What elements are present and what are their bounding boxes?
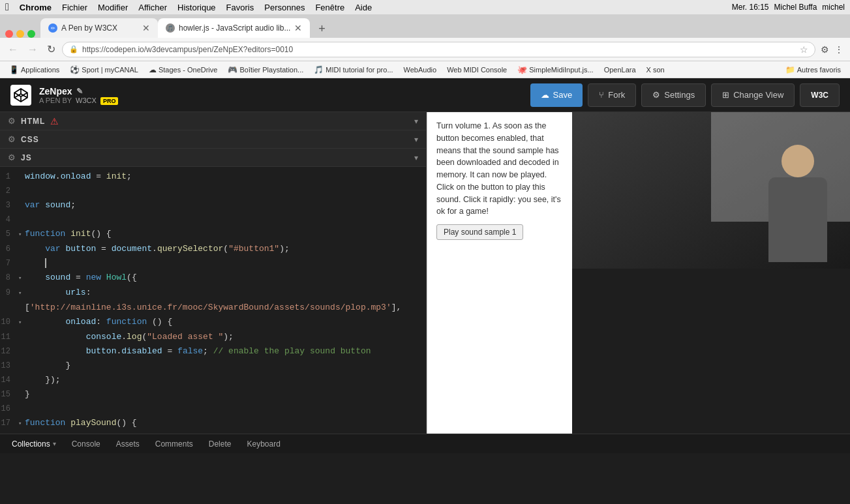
tab-title-1: A Pen by W3CX bbox=[61, 23, 138, 33]
new-tab-button[interactable]: + bbox=[312, 20, 331, 38]
js-section-header: ⚙ JS ▾ bbox=[0, 149, 426, 167]
bottom-tab-delete[interactable]: Delete bbox=[202, 436, 238, 452]
refresh-button[interactable]: ↻ bbox=[44, 42, 58, 57]
bookmarks-bar: 📱 Applications ⚽ Sport | myCANAL ☁ Stage… bbox=[0, 61, 850, 78]
bookmark-simplemidi[interactable]: 🐙 SimpleMidiInput.js... bbox=[513, 64, 597, 76]
tab-pen-by-w3cx[interactable]: ✏ A Pen by W3CX ✕ bbox=[40, 18, 158, 38]
menubar-right-icons: Mer. 16:15 Michel Buffa michel bbox=[732, 3, 845, 12]
bookmark-label-4: Boîtier Playstation... bbox=[239, 66, 303, 74]
extensions-icon[interactable]: ⚙ bbox=[819, 43, 830, 56]
css-section-title: CSS bbox=[21, 135, 39, 144]
save-icon: ☁ bbox=[541, 90, 549, 100]
bottom-tab-comments[interactable]: Comments bbox=[149, 436, 200, 452]
change-view-button[interactable]: ⊞ Change View bbox=[711, 83, 795, 107]
comments-label: Comments bbox=[155, 439, 193, 449]
pen-edit-icon[interactable]: ✎ bbox=[76, 87, 83, 96]
codepen-logo bbox=[10, 85, 31, 106]
address-input-box[interactable]: 🔒 https://codepen.io/w3devcampus/pen/ZeN… bbox=[62, 42, 815, 57]
bookmark-label-9: OpenLara bbox=[604, 66, 636, 74]
collections-label: Collections bbox=[12, 439, 50, 449]
back-button[interactable]: ← bbox=[5, 42, 21, 57]
bookmark-autres[interactable]: 📁 Autres favoris bbox=[782, 64, 845, 76]
settings-button[interactable]: ⚙ Settings bbox=[641, 83, 706, 107]
user-name: Michel Buffa bbox=[774, 3, 817, 12]
menu-icon[interactable]: ⋮ bbox=[833, 43, 845, 56]
bookmark-label-6: WebAudio bbox=[404, 66, 437, 74]
editor-column: ⚙ HTML ⚠ ▾ ⚙ CSS ▾ ⚙ JS ▾ 1 bbox=[0, 112, 426, 434]
css-collapse-icon[interactable]: ▾ bbox=[414, 135, 418, 144]
js-collapse-icon[interactable]: ▾ bbox=[414, 153, 418, 162]
time-display: Mer. 16:15 bbox=[732, 3, 769, 12]
video-content bbox=[572, 112, 850, 269]
bookmark-sport[interactable]: ⚽ Sport | myCANAL bbox=[66, 64, 142, 76]
maximize-window-btn[interactable] bbox=[27, 30, 35, 38]
html-section-title: HTML bbox=[21, 117, 45, 126]
personnes-menu[interactable]: Personnes bbox=[264, 3, 305, 12]
code-line-1: 1 window.onload = init; bbox=[0, 170, 426, 184]
play-sound-button[interactable]: Play sound sample 1 bbox=[436, 224, 523, 240]
aide-menu[interactable]: Aide bbox=[355, 3, 372, 12]
tab-close-1[interactable]: ✕ bbox=[142, 23, 150, 33]
pen-name: ZeNpex ✎ bbox=[39, 86, 118, 96]
codepen-header: ZeNpex ✎ A PEN BY W3CX PRO ☁ Save ⑂ Fork… bbox=[0, 78, 850, 112]
bookmark-icon-3: ☁ bbox=[149, 65, 157, 74]
html-gear-icon[interactable]: ⚙ bbox=[8, 116, 16, 126]
code-editor[interactable]: 1 window.onload = init; 2 3 var bbox=[0, 167, 426, 434]
code-line-10: 10 ▾ onload: function () { bbox=[0, 315, 426, 330]
w3c-button[interactable]: W3C bbox=[800, 83, 840, 107]
fenetre-menu[interactable]: Fenêtre bbox=[315, 3, 344, 12]
code-line-12: 12 button.disabled = false; // enable th… bbox=[0, 344, 426, 359]
collections-dropdown-icon: ▾ bbox=[53, 440, 56, 447]
bookmark-icon-4: 🎮 bbox=[228, 65, 237, 74]
bottom-tab-console[interactable]: Console bbox=[65, 436, 107, 452]
bookmark-midi-tutorial[interactable]: 🎵 MIDI tutorial for pro... bbox=[310, 64, 397, 76]
apple-logo-icon[interactable]:  bbox=[5, 1, 9, 13]
js-code-area[interactable]: 1 window.onload = init; 2 3 var bbox=[0, 167, 426, 434]
forward-button[interactable]: → bbox=[25, 42, 40, 57]
bookmark-star-icon[interactable]: ☆ bbox=[800, 44, 808, 55]
tab-favicon-1: ✏ bbox=[48, 23, 57, 33]
chrome-menu[interactable]: Chrome bbox=[20, 3, 52, 12]
bookmark-webaudio[interactable]: WebAudio bbox=[400, 65, 441, 75]
html-section-header: ⚙ HTML ⚠ ▾ bbox=[0, 112, 426, 130]
historique-menu[interactable]: Historique bbox=[177, 3, 216, 12]
bookmark-playstation[interactable]: 🎮 Boîtier Playstation... bbox=[224, 64, 307, 76]
js-section-title: JS bbox=[21, 153, 32, 162]
right-panel: Turn volume 1. As soon as the button bec… bbox=[427, 112, 572, 434]
bottom-tab-keyboard[interactable]: Keyboard bbox=[240, 436, 286, 452]
video-thumbnail bbox=[572, 112, 850, 269]
html-collapse-icon[interactable]: ▾ bbox=[414, 117, 418, 126]
favoris-menu[interactable]: Favoris bbox=[226, 3, 254, 12]
address-bar: ← → ↻ 🔒 https://codepen.io/w3devcampus/p… bbox=[0, 38, 850, 61]
bookmark-openlara[interactable]: OpenLara bbox=[600, 65, 640, 75]
tab-title-2: howler.js - JavaScript audio lib... bbox=[179, 23, 290, 33]
css-gear-icon[interactable]: ⚙ bbox=[8, 134, 16, 144]
bookmark-applications[interactable]: 📱 Applications bbox=[5, 64, 63, 76]
afficher-menu[interactable]: Afficher bbox=[138, 3, 167, 12]
bottom-tab-collections[interactable]: Collections ▾ bbox=[5, 436, 63, 452]
js-gear-icon[interactable]: ⚙ bbox=[8, 153, 16, 162]
bookmark-webmidi[interactable]: Web MIDI Console bbox=[443, 65, 511, 75]
account-icon[interactable]: michel bbox=[822, 3, 845, 12]
chrome-tabbar: ✏ A Pen by W3CX ✕ 🎵 howler.js - JavaScri… bbox=[0, 14, 850, 38]
bookmark-xson[interactable]: X son bbox=[643, 65, 669, 75]
bottom-tab-assets[interactable]: Assets bbox=[110, 436, 146, 452]
code-line-7: 7 ​ bbox=[0, 256, 426, 271]
fork-button[interactable]: ⑂ Fork bbox=[588, 83, 636, 107]
main-content: ⚙ HTML ⚠ ▾ ⚙ CSS ▾ ⚙ JS ▾ 1 bbox=[0, 112, 850, 434]
close-window-btn[interactable] bbox=[5, 30, 13, 38]
modifier-menu[interactable]: Modifier bbox=[98, 3, 128, 12]
mac-menubar:  Chrome Fichier Modifier Afficher Histo… bbox=[0, 0, 850, 14]
toolbar-icons-group: ⚙ ⋮ bbox=[819, 43, 845, 56]
fichier-menu[interactable]: Fichier bbox=[62, 3, 87, 12]
bookmark-onedrive[interactable]: ☁ Stages - OneDrive bbox=[145, 64, 221, 76]
tab-close-2[interactable]: ✕ bbox=[294, 23, 302, 33]
save-button[interactable]: ☁ Save bbox=[530, 83, 583, 107]
settings-gear-icon: ⚙ bbox=[652, 90, 660, 100]
minimize-window-btn[interactable] bbox=[16, 30, 24, 38]
bottom-bar: Collections ▾ Console Assets Comments De… bbox=[0, 434, 850, 453]
tab-howlerjs[interactable]: 🎵 howler.js - JavaScript audio lib... ✕ bbox=[158, 18, 310, 38]
code-line-2: 2 bbox=[0, 184, 426, 198]
right-description: Turn volume 1. As soon as the button bec… bbox=[427, 112, 572, 434]
html-error-icon: ⚠ bbox=[50, 116, 59, 126]
